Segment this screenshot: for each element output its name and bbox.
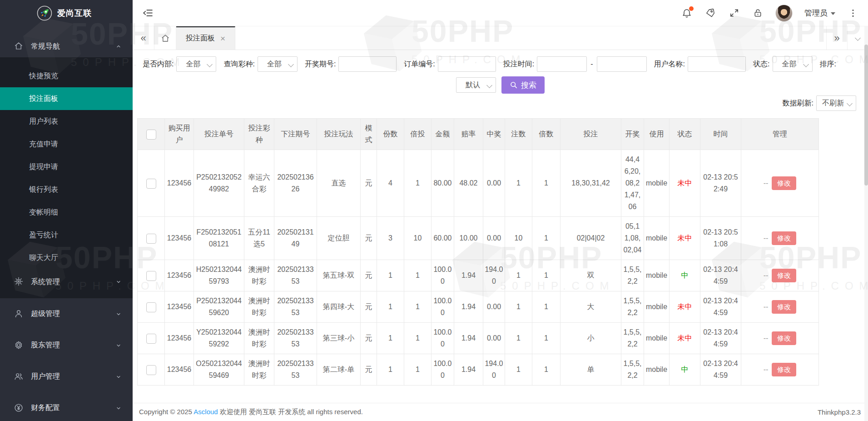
filter-input-5[interactable] (688, 56, 746, 72)
filter-date-start[interactable] (537, 56, 587, 72)
filter-label-5: 用户名称: (654, 60, 685, 69)
sidebar-submenu: 快捷预览投注面板用户列表充值申请提现申请银行列表变帐明细盈亏统计聊天大厅系统管理 (0, 57, 133, 298)
sidebar-section-4[interactable]: 用户管理 (0, 361, 133, 392)
cell-odds: 1.94 (454, 323, 483, 354)
row-checkbox[interactable] (146, 365, 156, 375)
filter-select-6[interactable]: 全部 (773, 56, 813, 72)
row-checkbox[interactable] (146, 302, 156, 312)
cell-time: 02-13 20:44:59 (700, 291, 741, 323)
username: 管理员 (804, 8, 828, 18)
cell-multiple: 1 (404, 150, 432, 217)
edit-button[interactable]: 修改 (772, 300, 796, 314)
cell-checkbox (138, 260, 165, 291)
sidebar-item-7[interactable]: 盈亏统计 (0, 224, 133, 246)
manage-dash: -- (764, 303, 769, 311)
sidebar-section-label: 股东管理 (31, 341, 60, 350)
filter-label-4: 投注时间: (503, 60, 534, 69)
avatar[interactable] (775, 5, 793, 22)
col-header-1: 投注单号 (194, 119, 244, 150)
sidebar-section-1[interactable]: 系统管理 (0, 269, 133, 295)
sort-mode-value: 默认 (466, 80, 480, 90)
filter-input-3[interactable] (438, 56, 496, 72)
scrollbar-thumb[interactable] (864, 45, 868, 185)
topbar: 管理员 (133, 0, 868, 26)
sidebar-section-2[interactable]: 超级管理 (0, 298, 133, 330)
cell-status: 未中 (670, 150, 700, 217)
sidebar-item-3[interactable]: 充值申请 (0, 133, 133, 155)
notifications-bell-icon[interactable] (681, 7, 693, 19)
cell-times: 1 (532, 217, 560, 260)
refresh-value: 不刷新 (822, 99, 844, 108)
filter-select-0[interactable]: 全部 (176, 56, 216, 72)
sidebar-toggle-icon[interactable] (142, 7, 154, 19)
cell-status: 中 (670, 354, 700, 386)
sidebar-section-0[interactable]: 常规导航 (0, 35, 133, 57)
user-menu[interactable]: 管理员 (804, 8, 835, 18)
cell-lottery: 五分11选5 (244, 217, 274, 260)
sidebar-item-4[interactable]: 提现申请 (0, 155, 133, 178)
scroll-tabs-left-button[interactable]: « (133, 26, 154, 50)
cell-lottery: 澳洲时时彩 (244, 354, 274, 386)
filter-label-7: 排序: (820, 60, 836, 69)
edit-button[interactable]: 修改 (772, 231, 796, 245)
sort-mode-select[interactable]: 默认 (456, 77, 496, 93)
fullscreen-icon[interactable] (728, 7, 740, 19)
sidebar-section-5[interactable]: 财务配置 (0, 392, 133, 421)
sidebar-item-5[interactable]: 银行列表 (0, 178, 133, 201)
home-icon (14, 41, 25, 52)
filter-label-6: 状态: (753, 60, 769, 69)
sidebar-section-label: 用户管理 (31, 372, 60, 381)
search-button-label: 搜索 (521, 80, 536, 90)
cell-device: mobile (644, 217, 670, 260)
sidebar-section-3[interactable]: 股东管理 (0, 330, 133, 361)
cell-status: 中 (670, 260, 700, 291)
tag-icon[interactable] (704, 7, 716, 19)
select-all-checkbox[interactable] (146, 130, 156, 140)
home-tab-button[interactable] (154, 26, 176, 50)
cell-odds: 48.02 (454, 150, 483, 217)
refresh-select[interactable]: 不刷新 (816, 95, 856, 111)
cell-period: 20250213353 (274, 354, 317, 386)
row-checkbox[interactable] (146, 334, 156, 344)
edit-button[interactable]: 修改 (772, 363, 796, 376)
tab-betting-panel[interactable]: 投注面板 × (176, 26, 235, 50)
cell-mode: 元 (361, 291, 377, 323)
cell-draw: 1,5,5,2,2 (621, 323, 644, 354)
sidebar-item-1[interactable]: 投注面板 (0, 87, 133, 110)
scroll-tabs-right-button[interactable]: » (826, 26, 847, 50)
col-header-16: 状态 (670, 119, 700, 150)
sidebar-item-2[interactable]: 用户列表 (0, 110, 133, 133)
tabbar: « 投注面板 × » (133, 26, 868, 50)
cell-shares: 1 (377, 354, 404, 386)
edit-button[interactable]: 修改 (772, 176, 796, 190)
cell-times: 1 (532, 260, 560, 291)
framework-version: Thinkphp3.2.3 (818, 408, 861, 416)
chevron-up-icon (114, 42, 123, 50)
app-logo[interactable]: 爱尚互联 (0, 0, 133, 26)
sidebar-item-0[interactable]: 快捷预览 (0, 65, 133, 87)
vendor-link[interactable]: Ascloud (193, 408, 218, 416)
close-tab-icon[interactable]: × (220, 34, 225, 44)
chevron-down-icon (114, 404, 123, 412)
filter-input-2[interactable] (338, 56, 397, 72)
sidebar-item-6[interactable]: 变帐明细 (0, 201, 133, 224)
more-menu-icon[interactable] (847, 7, 859, 19)
sidebar-section-label: 超级管理 (31, 309, 60, 319)
lock-icon[interactable] (752, 7, 764, 19)
edit-button[interactable]: 修改 (772, 269, 796, 282)
search-button[interactable]: 搜索 (501, 76, 545, 94)
table-row-0: 123456P250213205249982幸运六合彩20250213626直选… (138, 150, 819, 217)
filter-select-1[interactable]: 全部 (258, 56, 298, 72)
sidebar-item-8[interactable]: 聊天大厅 (0, 246, 133, 269)
scrollbar[interactable] (864, 26, 868, 421)
row-checkbox[interactable] (146, 271, 156, 281)
cell-odds: 1.94 (454, 291, 483, 323)
cell-order: Y250213204459292 (194, 323, 244, 354)
cell-draw: 1,5,5,2,2 (621, 354, 644, 386)
row-checkbox[interactable] (146, 234, 156, 244)
filter-bar: 是否内部:全部查询彩种:全部开奖期号:订单编号:投注时间:-用户名称:状态:全部… (135, 56, 868, 72)
row-checkbox[interactable] (146, 179, 156, 189)
filter-date-end[interactable] (597, 56, 647, 72)
col-header-0: 购买用户 (165, 119, 194, 150)
edit-button[interactable]: 修改 (772, 331, 796, 345)
